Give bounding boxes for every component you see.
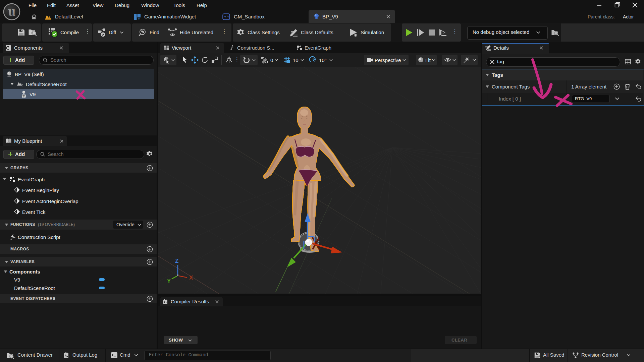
svg-text:Y: Y xyxy=(167,278,171,284)
svg-text:X: X xyxy=(189,275,193,281)
svg-text:u: u xyxy=(8,4,15,19)
svg-text:Z: Z xyxy=(175,258,178,264)
